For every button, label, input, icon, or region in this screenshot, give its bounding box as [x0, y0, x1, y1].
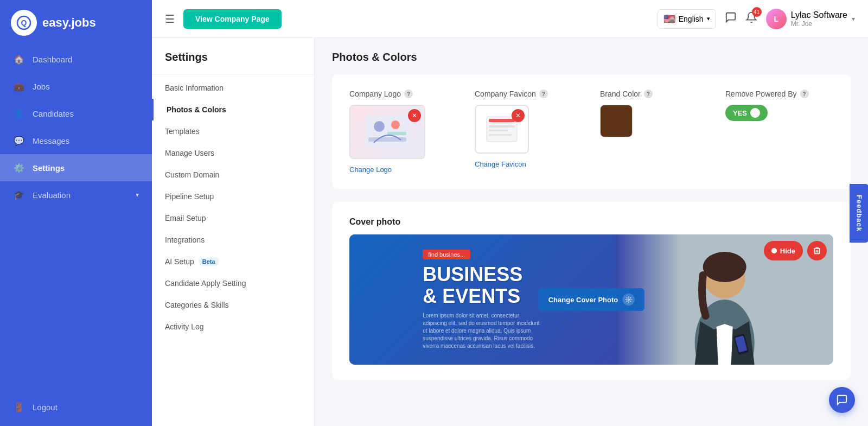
- company-favicon-delete-button[interactable]: ✕: [512, 109, 525, 122]
- change-logo-link[interactable]: Change Logo: [349, 166, 457, 174]
- chat-fab-button[interactable]: [829, 387, 855, 413]
- dashboard-icon: 🏠: [13, 53, 25, 65]
- settings-menu-templates[interactable]: Templates: [152, 120, 314, 142]
- settings-icon: ⚙️: [13, 162, 25, 174]
- manage-users-label: Manage Users: [165, 149, 214, 157]
- logout-icon: 🚪: [13, 401, 25, 413]
- topbar-right: 🇺🇸 English ▾ 41 L Lylac Software Mr. Joe…: [658, 9, 855, 29]
- nav-jobs[interactable]: 💼 Jobs: [0, 73, 152, 100]
- cover-photo-title: Cover photo: [349, 217, 833, 227]
- pipeline-setup-label: Pipeline Setup: [165, 192, 214, 201]
- user-chevron-icon: ▾: [852, 15, 855, 23]
- logos-card: Company Logo ? ✕: [332, 74, 851, 189]
- remove-powered-help-icon[interactable]: ?: [800, 90, 809, 98]
- language-selector[interactable]: 🇺🇸 English ▾: [658, 9, 716, 29]
- nav-messages-label: Messages: [33, 136, 69, 145]
- remove-powered-by-section: Remove Powered By ? YES: [725, 90, 833, 121]
- company-favicon-title: Company Favicon ?: [475, 90, 583, 98]
- settings-menu-categories-skills[interactable]: Categories & Skills: [152, 294, 314, 316]
- svg-rect-11: [489, 134, 512, 136]
- toggle-container: YES: [725, 105, 833, 121]
- remove-powered-toggle[interactable]: YES: [725, 105, 768, 121]
- jobs-icon: 💼: [13, 80, 25, 92]
- section-title: Photos & Colors: [332, 51, 851, 63]
- nav-messages[interactable]: 💬 Messages: [0, 127, 152, 154]
- settings-menu-email-setup[interactable]: Email Setup: [152, 207, 314, 229]
- sidebar-logo[interactable]: Q easy.jobs: [0, 0, 152, 46]
- app-logo-icon: Q: [11, 10, 37, 36]
- nav-candidates[interactable]: 👤 Candidates: [0, 100, 152, 127]
- ai-setup-label: AI Setup: [165, 257, 194, 266]
- brand-color-swatch[interactable]: [600, 105, 633, 137]
- view-company-button[interactable]: View Company Page: [183, 9, 282, 29]
- settings-menu-manage-users[interactable]: Manage Users: [152, 142, 314, 164]
- toggle-yes-label: YES: [733, 109, 747, 117]
- templates-label: Templates: [165, 127, 200, 136]
- company-logo-delete-button[interactable]: ✕: [408, 109, 421, 122]
- ai-beta-badge: Beta: [199, 257, 219, 266]
- cover-actions: Hide: [764, 241, 827, 260]
- brand-color-help-icon[interactable]: ?: [644, 90, 653, 98]
- settings-menu-activity-log[interactable]: Activity Log: [152, 316, 314, 338]
- company-logo-title: Company Logo ?: [349, 90, 457, 98]
- chat-icon-button[interactable]: [725, 11, 737, 26]
- hide-btn-label: Hide: [780, 247, 795, 255]
- email-setup-label: Email Setup: [165, 214, 206, 222]
- candidates-icon: 👤: [13, 107, 25, 119]
- nav-logout[interactable]: 🚪 Logout: [0, 393, 152, 421]
- topbar: ☰ View Company Page 🇺🇸 English ▾ 41 L Ly…: [152, 0, 868, 38]
- nav-dashboard-label: Dashboard: [33, 55, 72, 64]
- nav-logout-label: Logout: [33, 403, 58, 412]
- change-cover-button[interactable]: Change Cover Photo: [539, 288, 644, 311]
- cover-photo-card: Cover photo find busines... BUSINESS& EV…: [332, 202, 851, 380]
- nav-dashboard[interactable]: 🏠 Dashboard: [0, 46, 152, 73]
- settings-title: Settings: [152, 51, 314, 72]
- settings-sidebar: Settings Basic Information Photos & Colo…: [152, 38, 315, 426]
- evaluation-chevron: ▾: [136, 191, 139, 199]
- toggle-circle: [750, 108, 760, 118]
- brand-color-title: Brand Color ?: [600, 90, 708, 98]
- settings-menu-candidate-apply[interactable]: Candidate Apply Setting: [152, 272, 314, 294]
- hamburger-menu[interactable]: ☰: [165, 12, 175, 26]
- svg-point-3: [374, 121, 385, 132]
- settings-menu-basic-info[interactable]: Basic Information: [152, 77, 314, 99]
- change-cover-label: Change Cover Photo: [548, 296, 618, 304]
- cover-photo-container: find busines... BUSINESS& EVENTS Lorem i…: [349, 234, 833, 365]
- brand-color-section: Brand Color ?: [600, 90, 708, 137]
- notification-badge: 41: [752, 7, 762, 17]
- nav-evaluation[interactable]: 🎓 Evaluation ▾: [0, 181, 152, 208]
- notification-bell[interactable]: 41: [745, 11, 757, 26]
- user-avatar: L: [766, 9, 787, 29]
- nav-jobs-label: Jobs: [33, 82, 50, 91]
- hide-cover-button[interactable]: Hide: [764, 241, 803, 260]
- sidebar: Q easy.jobs 🏠 Dashboard 💼 Jobs 👤 Candida…: [0, 0, 152, 426]
- settings-menu-pipeline-setup[interactable]: Pipeline Setup: [152, 186, 314, 207]
- user-profile[interactable]: L Lylac Software Mr. Joe ▾: [766, 9, 855, 29]
- svg-point-17: [628, 299, 629, 301]
- change-favicon-link[interactable]: Change Favicon: [475, 160, 583, 168]
- company-favicon-help-icon[interactable]: ?: [539, 90, 548, 98]
- settings-menu-photos-colors[interactable]: Photos & Colors: [152, 99, 314, 120]
- cover-btn-icon: [622, 294, 634, 306]
- svg-point-14: [703, 252, 746, 282]
- svg-rect-9: [489, 125, 515, 128]
- nav-settings[interactable]: ⚙️ Settings: [0, 154, 152, 181]
- company-logo-preview: ✕: [349, 105, 425, 159]
- nav-settings-label: Settings: [33, 163, 65, 173]
- business-title: BUSINESS& EVENTS: [423, 264, 542, 307]
- feedback-tab[interactable]: Feedback: [850, 184, 868, 243]
- delete-cover-button[interactable]: [807, 241, 827, 260]
- flag-icon: 🇺🇸: [663, 13, 675, 25]
- settings-menu-ai-setup[interactable]: AI Setup Beta: [152, 251, 314, 272]
- company-logo-help-icon[interactable]: ?: [404, 90, 413, 98]
- remove-powered-by-title: Remove Powered By ?: [725, 90, 833, 98]
- company-logo-section: Company Logo ? ✕: [349, 90, 457, 174]
- svg-text:Q: Q: [21, 18, 27, 27]
- content-area: Settings Basic Information Photos & Colo…: [152, 38, 868, 426]
- nav-candidates-label: Candidates: [33, 109, 74, 118]
- settings-menu-integrations[interactable]: Integrations: [152, 229, 314, 251]
- settings-menu-custom-domain[interactable]: Custom Domain: [152, 164, 314, 186]
- lorem-text: Lorem ipsum dolor sit amet, consectetur …: [423, 312, 542, 350]
- divider: [152, 74, 314, 75]
- user-display-name: Mr. Joe: [791, 20, 847, 28]
